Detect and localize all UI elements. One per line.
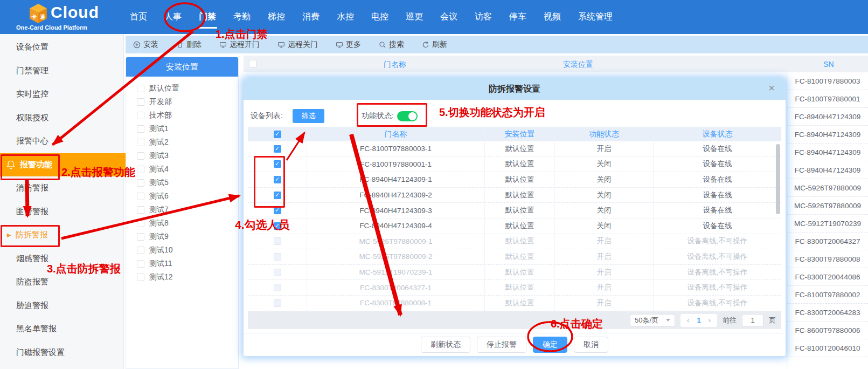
location-checkbox[interactable] xyxy=(137,193,144,200)
device-row[interactable]: MC-5926T97880009-1 默认位置 开启 设备离线,不可操作 xyxy=(248,234,781,250)
device-checkbox[interactable] xyxy=(274,145,281,153)
nav-tab[interactable]: 会议 xyxy=(436,11,462,23)
location-tree-item[interactable]: 测试3 xyxy=(126,149,238,162)
device-checkbox[interactable] xyxy=(274,284,281,291)
nav-tab[interactable]: 停车 xyxy=(505,11,531,23)
location-checkbox[interactable] xyxy=(137,179,144,187)
sidebar-item[interactable]: 防拆警报 xyxy=(0,223,123,247)
location-checkbox[interactable] xyxy=(137,98,144,106)
device-row[interactable]: MC-5912T19070239-1 默认位置 开启 设备离线,不可操作 xyxy=(248,265,781,281)
location-tree-item[interactable]: 测试4 xyxy=(126,162,238,176)
nav-tab[interactable]: 系统管理 xyxy=(574,11,617,23)
device-row[interactable]: FC-8940H47124309-2 默认位置 关闭 设备在线 xyxy=(248,188,781,203)
confirm-button[interactable]: 确定 xyxy=(533,337,567,353)
device-checkbox[interactable] xyxy=(274,253,281,261)
nav-tab[interactable]: 访客 xyxy=(470,11,496,23)
more-button[interactable]: 更多 xyxy=(336,40,361,50)
table-scrollbar[interactable] xyxy=(776,144,780,214)
refresh-status-button[interactable]: 刷新状态 xyxy=(421,337,470,353)
device-row[interactable]: MC-5926T97880009-2 默认位置 开启 设备离线,不可操作 xyxy=(248,249,781,265)
cancel-button[interactable]: 取消 xyxy=(574,337,608,353)
location-tree-item[interactable]: 测试2 xyxy=(126,135,238,149)
location-checkbox[interactable] xyxy=(137,274,144,281)
device-row[interactable]: FC-8940H47124309-4 默认位置 关闭 设备在线 xyxy=(248,218,781,234)
location-checkbox[interactable] xyxy=(137,260,144,268)
sidebar-item[interactable]: 匪警警报 xyxy=(0,200,123,224)
sidebar-item[interactable]: 门禁管理 xyxy=(0,59,123,83)
sidebar-item[interactable]: 黑名单警报 xyxy=(0,317,123,341)
sidebar-item[interactable]: 报警中心 xyxy=(0,129,123,153)
sidebar-item[interactable]: 开门超时警报 xyxy=(0,364,123,369)
device-checkbox[interactable] xyxy=(274,207,281,214)
nav-tab[interactable]: 水控 xyxy=(332,11,358,23)
location-tree-item[interactable]: 测试7 xyxy=(126,203,238,216)
nav-tab[interactable]: 人事 xyxy=(160,11,186,23)
sidebar-item[interactable]: 权限授权 xyxy=(0,106,123,130)
location-checkbox[interactable] xyxy=(137,85,144,92)
location-tree-item[interactable]: 测试1 xyxy=(126,122,238,135)
stop-alarm-button[interactable]: 停止报警 xyxy=(477,337,526,353)
nav-tab[interactable]: 首页 xyxy=(126,11,151,23)
device-checkbox[interactable] xyxy=(274,222,281,230)
device-row[interactable]: FC-8300T97880008-1 默认位置 开启 设备离线,不可操作 xyxy=(248,296,781,311)
location-tree-item[interactable]: 测试9 xyxy=(126,230,238,243)
search-button[interactable]: 搜索 xyxy=(379,40,404,50)
location-tree-item[interactable]: 默认位置 xyxy=(126,81,238,95)
device-row[interactable]: FC-8100T97880001-1 默认位置 关闭 设备在线 xyxy=(248,157,781,173)
device-row[interactable]: FC-8100T97880003-1 默认位置 开启 设备在线 xyxy=(248,141,781,157)
location-tree-item[interactable]: 测试11 xyxy=(126,257,238,270)
device-checkbox[interactable] xyxy=(274,192,281,199)
device-checkbox[interactable] xyxy=(274,160,281,168)
page-size-select[interactable]: 50条/页 xyxy=(630,314,675,327)
location-tree-item[interactable]: 测试5 xyxy=(126,176,238,189)
filter-button[interactable]: 筛选 xyxy=(293,109,324,123)
location-checkbox[interactable] xyxy=(137,220,144,227)
device-row[interactable]: FC-8300T20064327-1 默认位置 开启 设备离线,不可操作 xyxy=(248,280,781,296)
location-tree-item[interactable]: 测试10 xyxy=(126,243,238,257)
nav-tab[interactable]: 考勤 xyxy=(229,11,255,23)
close-icon[interactable]: × xyxy=(768,82,775,94)
remote-open-button[interactable]: 远程开门 xyxy=(219,40,260,50)
location-checkbox[interactable] xyxy=(137,233,144,241)
device-checkbox[interactable] xyxy=(274,176,281,183)
refresh-button[interactable]: 刷新 xyxy=(422,40,447,50)
location-checkbox[interactable] xyxy=(137,166,144,173)
select-all-devices-checkbox[interactable] xyxy=(274,131,281,138)
nav-tab[interactable]: 视频 xyxy=(539,11,565,23)
current-page[interactable]: 1 xyxy=(697,316,700,324)
select-all-checkbox[interactable] xyxy=(249,60,256,67)
device-checkbox[interactable] xyxy=(274,299,281,307)
nav-tab[interactable]: 门禁 xyxy=(195,11,220,23)
sidebar-item[interactable]: 实时监控 xyxy=(0,83,123,106)
prev-page-icon[interactable]: ‹ xyxy=(687,316,689,324)
nav-tab[interactable]: 梯控 xyxy=(263,11,289,23)
location-checkbox[interactable] xyxy=(137,139,144,146)
goto-page-input[interactable] xyxy=(742,314,763,327)
device-row[interactable]: FC-8940H47124309-3 默认位置 关闭 设备在线 xyxy=(248,203,781,218)
install-button[interactable]: 安装 xyxy=(133,40,158,50)
location-tree-item[interactable]: 技术部 xyxy=(126,108,238,122)
location-checkbox[interactable] xyxy=(137,152,144,160)
device-checkbox[interactable] xyxy=(274,269,281,276)
location-checkbox[interactable] xyxy=(137,112,144,119)
location-tree-item[interactable]: 开发部 xyxy=(126,95,238,108)
location-checkbox[interactable] xyxy=(137,247,144,254)
location-tree-item[interactable]: 测试6 xyxy=(126,189,238,203)
remote-close-button[interactable]: 远程关门 xyxy=(277,40,318,50)
nav-tab[interactable]: 消费 xyxy=(298,11,324,23)
next-page-icon[interactable]: › xyxy=(709,316,711,324)
location-checkbox[interactable] xyxy=(137,125,144,133)
nav-tab[interactable]: 电控 xyxy=(367,11,393,23)
sidebar-item[interactable]: 烟感警报 xyxy=(0,247,123,271)
location-tree-item[interactable]: 测试12 xyxy=(126,270,238,284)
sidebar-item[interactable]: 胁迫警报 xyxy=(0,294,123,318)
sidebar-item[interactable]: 防盗报警 xyxy=(0,270,123,294)
device-row[interactable]: FC-8940H47124309-1 默认位置 关闭 设备在线 xyxy=(248,172,781,188)
sidebar-item[interactable]: 消防警报 xyxy=(0,176,123,200)
sidebar-item[interactable]: 门磁报警设置 xyxy=(0,341,123,365)
location-tree-title[interactable]: 安装位置 xyxy=(126,57,238,77)
status-toggle[interactable] xyxy=(397,111,418,121)
nav-tab[interactable]: 巡更 xyxy=(401,11,427,23)
device-checkbox[interactable] xyxy=(274,237,281,245)
location-tree-item[interactable]: 测试8 xyxy=(126,216,238,230)
